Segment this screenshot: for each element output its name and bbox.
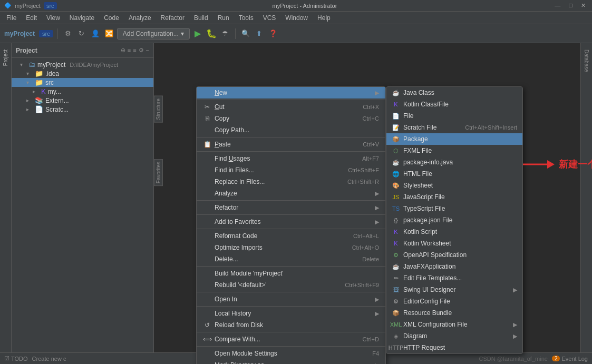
sub-item-fxml[interactable]: ⬡ FXML File [386, 145, 522, 156]
ctx-item-optimize[interactable]: Optimize Imports Ctrl+Alt+O [197, 242, 385, 253]
tree-item-src[interactable]: ▾ 📁 src [12, 78, 153, 87]
sub-item-ts[interactable]: TS TypeScript File [386, 203, 522, 214]
ctx-item-modulesettings[interactable]: Open Module Settings F4 [197, 348, 385, 359]
ctx-item-new[interactable]: New ▶ [197, 87, 385, 99]
toolbar-help-btn[interactable]: ❓ [267, 28, 279, 40]
menu-vcs[interactable]: VCS [259, 13, 280, 23]
tree-icon-extern: 📚 [35, 96, 43, 104]
ctx-label-findinfiles: Find in Files... [215, 166, 345, 174]
tree-item-myfile[interactable]: ▸ Κ my... [12, 87, 153, 96]
sub-item-pkginfo[interactable]: ☕ package-info.java [386, 156, 522, 168]
ctx-item-copy[interactable]: ⎘ Copy Ctrl+C [197, 113, 385, 124]
sub-item-editfiletemplates[interactable]: ✏ Edit File Templates... [386, 272, 522, 284]
sub-item-swingui[interactable]: 🖼 Swing UI Designer ▶ [386, 284, 522, 296]
sub-item-javaclass[interactable]: ☕ Java Class [386, 87, 522, 99]
ctx-item-reformat[interactable]: Reformat Code Ctrl+Alt+L [197, 230, 385, 242]
sub-label-kotlinscript: Kotlin Script [403, 228, 517, 235]
event-log-tab[interactable]: 2 Event Log [552, 356, 588, 362]
ctx-item-rebuild[interactable]: Rebuild '<default>' Ctrl+Shift+F9 [197, 279, 385, 291]
menu-run[interactable]: Run [213, 13, 234, 23]
ctx-item-paste[interactable]: 📋 Paste Ctrl+V [197, 139, 385, 150]
toolbar-update-btn[interactable]: ⬆ [254, 28, 265, 40]
menu-file[interactable]: File [2, 13, 21, 23]
run-button[interactable]: ▶ [192, 28, 203, 40]
project-icon-close[interactable]: − [146, 47, 149, 54]
event-log-label: Event Log [561, 356, 588, 362]
ctx-item-favorites[interactable]: Add to Favorites ▶ [197, 216, 385, 228]
todo-tab[interactable]: ☑ TODO [4, 355, 28, 362]
structure-tab[interactable]: Structure [154, 96, 163, 123]
tree-item-idea[interactable]: ▾ 📁 .idea [12, 69, 153, 78]
sidebar-tab-project[interactable]: Project [2, 45, 9, 70]
toolbar-run-coverage-btn[interactable]: ☂ [219, 28, 231, 40]
tree-item-scratch[interactable]: ▸ 📄 Scratc... [12, 105, 153, 114]
menu-refactor[interactable]: Refactor [157, 13, 189, 23]
right-tab-database[interactable]: Database [583, 45, 590, 76]
ctx-item-localhistory[interactable]: Local History ▶ [197, 308, 385, 319]
toolbar-search-btn[interactable]: 🔍 [240, 28, 251, 40]
sub-item-pkgjson[interactable]: {} package.json File [386, 214, 522, 226]
maximize-button[interactable]: □ [567, 2, 575, 9]
ctx-item-cut[interactable]: ✂ Cut Ctrl+X [197, 101, 385, 113]
toolbar-sync-btn[interactable]: ↻ [76, 28, 88, 40]
sub-item-httprequest[interactable]: HTTP HTTP Request [386, 342, 522, 353]
ctx-item-findinfiles[interactable]: Find in Files... Ctrl+Shift+F [197, 164, 385, 176]
sub-item-kotlinscript[interactable]: Κ Kotlin Script [386, 226, 522, 238]
sub-item-kotlinworksheet[interactable]: Κ Kotlin Worksheet [386, 238, 522, 249]
ctx-item-findusages[interactable]: Find Usages Alt+F7 [197, 153, 385, 164]
project-icon-settings[interactable]: ⚙ [139, 47, 144, 54]
ctx-label-localhistory: Local History [215, 310, 370, 317]
sub-item-file[interactable]: 📄 File [386, 110, 522, 122]
sub-item-editorconfig[interactable]: ⚙ EditorConfig File [386, 296, 522, 307]
sub-item-diagram[interactable]: ◈ Diagram ▶ [386, 330, 522, 342]
ctx-item-copypath[interactable]: Copy Path... [197, 124, 385, 136]
toolbar-vcs-btn[interactable]: 🔀 [103, 28, 115, 40]
sub-label-kotlinworksheet: Kotlin Worksheet [403, 240, 517, 247]
toolbar-profile-btn[interactable]: 👤 [90, 28, 101, 40]
ctx-arrow-new: ▶ [375, 90, 379, 96]
ctx-item-replace[interactable]: Replace in Files... Ctrl+Shift+R [197, 176, 385, 188]
minimize-button[interactable]: — [552, 2, 562, 9]
menu-view[interactable]: View [42, 13, 64, 23]
tree-item-myproject[interactable]: ▾ 🗂 myProject D:\IDEA\myProject [12, 60, 153, 69]
toolbar-settings-btn[interactable]: ⚙ [62, 28, 74, 40]
sub-item-kotlinclass[interactable]: Κ Kotlin Class/File [386, 99, 522, 110]
menu-analyze[interactable]: Analyze [124, 13, 156, 23]
sub-item-openapi[interactable]: ⚙ OpenAPI Specification [386, 249, 522, 261]
sub-item-html[interactable]: 🌐 HTML File [386, 168, 522, 180]
close-button[interactable]: ✕ [579, 2, 588, 9]
menu-code[interactable]: Code [100, 13, 123, 23]
sub-item-xmlconfig[interactable]: XML XML Configuration File ▶ [386, 319, 522, 330]
sub-item-javafx[interactable]: ☕ JavaFXApplication [386, 261, 522, 272]
favorites-tab[interactable]: Favorites [154, 159, 163, 186]
ctx-sep-6 [197, 229, 385, 229]
tree-item-extern[interactable]: ▸ 📚 Extern... [12, 96, 153, 105]
ctx-item-buildmodule[interactable]: Build Module 'myProject' [197, 268, 385, 279]
menu-tools[interactable]: Tools [235, 13, 258, 23]
sub-item-package[interactable]: 📦 Package [386, 133, 522, 145]
create-new-label[interactable]: Create new c [32, 356, 66, 362]
sub-item-js[interactable]: JS JavaScript File [386, 191, 522, 203]
project-icon-sort[interactable]: ≡ [128, 47, 131, 54]
menu-edit[interactable]: Edit [22, 13, 41, 23]
project-icon-sort2[interactable]: ≡ [133, 47, 136, 54]
debug-button[interactable]: 🐛 [206, 28, 217, 40]
add-configuration-button[interactable]: Add Configuration... ▾ [117, 28, 190, 40]
ctx-item-delete[interactable]: Delete... Delete [197, 253, 385, 265]
sub-item-resourcebundle[interactable]: 📦 Resource Bundle [386, 307, 522, 319]
menu-window[interactable]: Window [281, 13, 312, 23]
sub-item-scratch[interactable]: 📝 Scratch File Ctrl+Alt+Shift+Insert [386, 122, 522, 133]
ctx-item-refactor[interactable]: Refactor ▶ [197, 202, 385, 213]
sub-item-css[interactable]: 🎨 Stylesheet [386, 180, 522, 191]
menu-help[interactable]: Help [313, 13, 335, 23]
menu-navigate[interactable]: Navigate [65, 13, 99, 23]
menu-build[interactable]: Build [190, 13, 212, 23]
tree-label-scratch: Scratc... [45, 106, 69, 113]
ctx-shortcut-reformat: Ctrl+Alt+L [353, 233, 379, 239]
ctx-item-reload[interactable]: ↺ Reload from Disk [197, 319, 385, 331]
ctx-item-analyze[interactable]: Analyze ▶ [197, 188, 385, 199]
project-icon-add[interactable]: ⊕ [121, 47, 125, 54]
ctx-item-markdir[interactable]: Mark Directory as ▶ [197, 359, 385, 364]
ctx-item-compare[interactable]: ⟺ Compare With... Ctrl+D [197, 333, 385, 345]
ctx-item-openin[interactable]: Open In ▶ [197, 293, 385, 305]
